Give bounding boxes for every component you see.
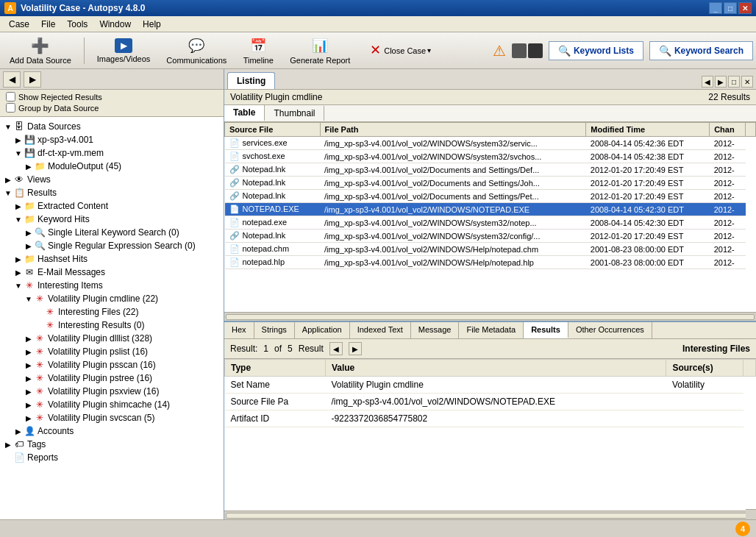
tree-item-reports[interactable]: 📄 Reports (3, 451, 221, 464)
tab-indexed-text[interactable]: Indexed Text (350, 322, 411, 338)
tree-item-tags[interactable]: ▶ 🏷 Tags (3, 438, 221, 451)
close-case-button[interactable]: ✕ Close Case ▾ (360, 38, 438, 64)
table-row[interactable]: 📄svchost.exe /img_xp-sp3-v4.001/vol_vol2… (225, 150, 756, 163)
close-case-dropdown-icon[interactable]: ▾ (427, 46, 431, 54)
maximize-button[interactable]: □ (724, 2, 737, 14)
expand-vol-shimcache[interactable]: ▶ (24, 399, 34, 410)
menu-tools[interactable]: Tools (61, 18, 93, 31)
table-subtab[interactable]: Table (224, 105, 265, 121)
pane-left-button[interactable]: ◀ (702, 76, 713, 88)
table-row[interactable]: 📄notepad.chm /img_xp-sp3-v4.001/vol_vol2… (225, 243, 756, 256)
timeline-button[interactable]: 📅 Timeline (236, 33, 280, 68)
forward-button[interactable]: ▶ (24, 71, 41, 88)
tab-other-occurrences[interactable]: Other Occurrences (568, 322, 652, 338)
expand-results[interactable]: ▼ (3, 188, 13, 198)
tree-item-df-ct[interactable]: ▼ 💾 df-ct-xp-vm.mem (3, 146, 221, 160)
tree-item-vol-cmdline[interactable]: ▼ ✳ Volatility Plugin cmdline (22) (3, 292, 221, 305)
tab-message[interactable]: Message (411, 322, 460, 338)
expand-extracted[interactable]: ▶ (13, 201, 24, 211)
menu-file[interactable]: File (35, 18, 61, 31)
pane-right-button[interactable]: ▶ (715, 76, 727, 88)
table-row[interactable]: 📄services.exe /img_xp-sp3-v4.001/vol_vol… (225, 137, 756, 150)
window-controls[interactable]: _ □ ✕ (709, 2, 752, 14)
show-rejected-label[interactable]: Show Rejected Results (6, 92, 218, 102)
tree-item-interesting-items[interactable]: ▼ ✳ Interesting Items (3, 279, 221, 292)
tree-item-module-output[interactable]: ▶ 📁 ModuleOutput (45) (3, 160, 221, 173)
expand-vol-psscan[interactable]: ▶ (24, 360, 34, 370)
table-row[interactable]: 🔗Notepad.lnk /img_xp-sp3-v4.001/vol_vol2… (225, 190, 756, 203)
back-button[interactable]: ◀ (3, 71, 21, 88)
expand-views[interactable]: ▶ (3, 174, 13, 185)
result-next-button[interactable]: ▶ (349, 342, 362, 355)
tab-hex[interactable]: Hex (224, 322, 254, 338)
menu-window[interactable]: Window (93, 18, 137, 31)
communications-button[interactable]: 💬 Communications (160, 33, 233, 68)
tree-item-extracted-content[interactable]: ▶ 📁 Extracted Content (3, 199, 221, 213)
table-row[interactable]: 🔗Notepad.lnk /img_xp-sp3-v4.001/vol_vol2… (225, 230, 756, 243)
table-row[interactable]: 🔗Notepad.lnk /img_xp-sp3-v4.001/vol_vol2… (225, 177, 756, 190)
tree-item-vol-psxview[interactable]: ▶ ✳ Volatility Plugin psxview (16) (3, 385, 221, 398)
v-scrollbar-bottom[interactable] (746, 509, 756, 511)
expand-vol-psxview[interactable]: ▶ (24, 386, 34, 396)
expand-keyword-hits[interactable]: ▼ (13, 214, 24, 224)
expand-vol-cmdline[interactable]: ▼ (24, 294, 34, 304)
expand-vol-svcscan[interactable]: ▶ (24, 413, 34, 423)
generate-report-button[interactable]: 📊 Generate Report (283, 33, 357, 68)
expand-module-output[interactable]: ▶ (24, 161, 34, 171)
table-row[interactable]: 📄notepad.hlp /img_xp-sp3-v4.001/vol_vol2… (225, 256, 756, 269)
close-button[interactable]: ✕ (738, 2, 752, 14)
expand-df-ct[interactable]: ▼ (13, 148, 24, 158)
add-data-source-button[interactable]: ➕ Add Data Source (3, 33, 78, 68)
tree-item-views[interactable]: ▶ 👁 Views (3, 173, 221, 186)
expand-hashset[interactable]: ▶ (13, 254, 24, 264)
pane-close-button[interactable]: ✕ (741, 76, 753, 88)
menu-case[interactable]: Case (3, 18, 35, 31)
group-by-label[interactable]: Group by Data Source (6, 103, 218, 113)
tree-item-vol-svcscan[interactable]: ▶ ✳ Volatility Plugin svcscan (5) (3, 411, 221, 424)
expand-email[interactable]: ▶ (13, 267, 24, 277)
tree-item-vol-psscan[interactable]: ▶ ✳ Volatility Plugin psscan (16) (3, 358, 221, 371)
keyword-search-button[interactable]: 🔍 Keyword Search (649, 41, 753, 60)
tab-results[interactable]: Results (524, 322, 568, 338)
table-row[interactable]: 📄notepad.exe /img_xp-sp3-v4.001/vol_vol2… (225, 216, 756, 230)
expand-vol-dlllist[interactable]: ▶ (24, 333, 34, 344)
expand-vol-pslist[interactable]: ▶ (24, 346, 34, 357)
tree-item-vol-pslist[interactable]: ▶ ✳ Volatility Plugin pslist (16) (3, 345, 221, 358)
expand-single-literal[interactable]: ▶ (24, 227, 34, 238)
thumbnail-subtab[interactable]: Thumbnail (265, 106, 324, 121)
group-by-checkbox[interactable] (6, 103, 15, 113)
table-row[interactable]: 🔗Notepad.lnk /img_xp-sp3-v4.001/vol_vol2… (225, 163, 756, 177)
tree-item-accounts[interactable]: ▶ 👤 Accounts (3, 424, 221, 438)
table-row-selected[interactable]: 📄NOTEPAD.EXE /img_xp-sp3-v4.001/vol_vol2… (225, 203, 756, 216)
bottom-h-scrollbar[interactable] (224, 511, 756, 519)
keyword-lists-button[interactable]: 🔍 Keyword Lists (549, 41, 643, 60)
tab-file-metadata[interactable]: File Metadata (459, 322, 524, 338)
menu-help[interactable]: Help (137, 18, 167, 31)
expand-data-sources[interactable]: ▼ (3, 121, 13, 132)
tree-item-email[interactable]: ▶ ✉ E-Mail Messages (3, 266, 221, 279)
result-prev-button[interactable]: ◀ (329, 342, 343, 355)
tree-item-vol-shimcache[interactable]: ▶ ✳ Volatility Plugin shimcache (14) (3, 398, 221, 411)
tree-item-single-literal[interactable]: ▶ 🔍 Single Literal Keyword Search (0) (3, 226, 221, 239)
tree-item-xp-sp3[interactable]: ▶ 💾 xp-sp3-v4.001 (3, 133, 221, 146)
expand-accounts[interactable]: ▶ (13, 426, 24, 436)
expand-xp-sp3[interactable]: ▶ (13, 135, 24, 145)
expand-vol-pstree[interactable]: ▶ (24, 373, 34, 383)
tree-item-single-regex[interactable]: ▶ 🔍 Single Regular Expression Search (0) (3, 239, 221, 252)
tree-item-hashset-hits[interactable]: ▶ 📁 Hashset Hits (3, 252, 221, 266)
tree-item-keyword-hits[interactable]: ▼ 📁 Keyword Hits (3, 213, 221, 226)
listing-tab[interactable]: Listing (227, 72, 275, 89)
h-scrollbar[interactable] (224, 312, 756, 321)
expand-tags[interactable]: ▶ (3, 439, 13, 449)
tree-item-data-sources[interactable]: ▼ 🗄 Data Sources (3, 120, 221, 133)
tree-item-vol-dlllist[interactable]: ▶ ✳ Volatility Plugin dlllist (328) (3, 332, 221, 345)
tree-item-interesting-files[interactable]: ✳ Interesting Files (22) (3, 305, 221, 319)
tab-strings[interactable]: Strings (254, 322, 295, 338)
expand-single-regex[interactable]: ▶ (24, 241, 34, 251)
expand-interesting-items[interactable]: ▼ (13, 280, 24, 291)
tree-item-interesting-results[interactable]: ✳ Interesting Results (0) (3, 319, 221, 332)
show-rejected-checkbox[interactable] (6, 92, 15, 102)
images-videos-button[interactable]: ▶ Images/Videos (90, 35, 157, 67)
tree-item-vol-pstree[interactable]: ▶ ✳ Volatility Plugin pstree (16) (3, 371, 221, 385)
minimize-button[interactable]: _ (709, 2, 722, 14)
